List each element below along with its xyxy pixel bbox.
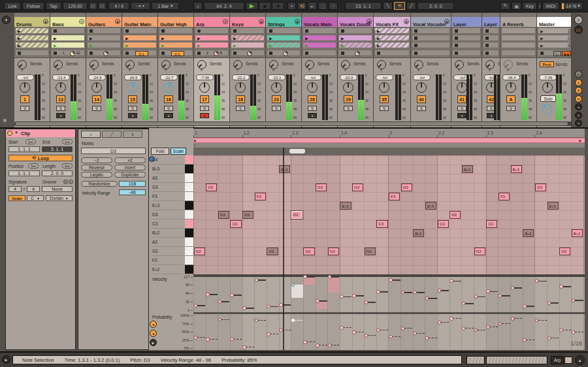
velocity-marker[interactable] xyxy=(328,275,332,279)
groove-commit-icon[interactable]: ↻ xyxy=(63,180,68,184)
pan-knob[interactable] xyxy=(379,82,389,93)
duplicate-button[interactable]: Duplicate xyxy=(114,172,146,178)
track-menu-icon[interactable]: ▼ xyxy=(223,19,228,24)
draw-mode-box-icon[interactable]: ⬚ xyxy=(318,2,327,10)
velocity-marker[interactable] xyxy=(352,294,356,298)
zoom-scroll-strip[interactable] xyxy=(193,148,585,155)
clip-slot[interactable] xyxy=(87,27,121,34)
mixer-io-toggle[interactable]: ◎ xyxy=(575,71,582,78)
marker-strip[interactable]: ▷ xyxy=(193,143,585,148)
probability-marker-line[interactable] xyxy=(453,318,461,319)
root-note-select[interactable]: C▼ xyxy=(27,195,44,201)
pencil-icon[interactable]: ✎ xyxy=(500,2,510,10)
beat-ruler[interactable]: 11.21.31.422.22.32.4 xyxy=(193,129,585,138)
velocity-marker[interactable] xyxy=(523,304,527,308)
probability-marker[interactable] xyxy=(559,328,563,332)
clip-slot[interactable]: ▶ xyxy=(123,42,157,48)
probability-marker-line[interactable] xyxy=(441,322,449,323)
probability-marker[interactable] xyxy=(413,332,417,336)
loop-start-field[interactable]: 23. 1. 1 xyxy=(345,2,382,10)
velocity-marker-line[interactable] xyxy=(538,281,547,282)
velocity-marker[interactable] xyxy=(389,278,393,282)
velocity-marker-line[interactable] xyxy=(551,302,559,304)
clip-slot[interactable]: ▶ xyxy=(15,42,49,48)
clip-slot[interactable] xyxy=(338,27,372,34)
clip-position-field[interactable]: 1. 1. 1 xyxy=(8,170,40,176)
stop-button[interactable]: ■ xyxy=(259,2,271,10)
nudge-down-icon[interactable]: ||| xyxy=(89,2,97,10)
clip-slot[interactable]: ▶ xyxy=(374,42,410,48)
session-collapse-button[interactable]: ▼ xyxy=(2,16,10,24)
position-set-button[interactable]: Set xyxy=(28,163,39,168)
probability-marker[interactable] xyxy=(352,330,356,334)
key-map-button[interactable]: Key xyxy=(523,2,537,10)
clip-thumbnail[interactable] xyxy=(564,357,572,364)
scale-mode-button[interactable]: Scale xyxy=(171,148,186,155)
track-header[interactable]: Guitars◉ xyxy=(86,17,122,27)
midi-note[interactable]: G2 xyxy=(474,247,485,255)
clip-slot[interactable]: ▶ xyxy=(267,35,301,41)
midi-note[interactable]: G2 xyxy=(559,247,570,255)
delay-toggle[interactable]: ● xyxy=(575,103,582,110)
punch-out-icon[interactable]: ╱ xyxy=(406,2,416,10)
piano-key-c3[interactable] xyxy=(185,219,193,229)
probability-marker[interactable] xyxy=(328,343,332,347)
track-number-box[interactable]: 28 xyxy=(308,95,317,103)
clip-slot[interactable] xyxy=(483,27,499,34)
send-a-knob[interactable] xyxy=(18,60,27,69)
track-header[interactable]: Master xyxy=(537,17,571,27)
clip-stop-row[interactable] xyxy=(338,50,372,56)
track-number-box[interactable]: 29 xyxy=(344,95,353,103)
monitor-button[interactable]: ● xyxy=(308,113,317,118)
double-time-button[interactable]: ×2 xyxy=(114,157,146,163)
probability-marker-line[interactable] xyxy=(233,339,242,340)
clip-slot[interactable] xyxy=(501,27,536,34)
send-a-knob[interactable] xyxy=(161,60,171,69)
send-a-knob[interactable] xyxy=(504,60,513,69)
piano-key-g3[interactable] xyxy=(185,183,193,192)
velocity-marker[interactable] xyxy=(511,286,515,290)
clip-slot[interactable] xyxy=(412,27,450,34)
back-to-arrangement-button[interactable]: ▶■ xyxy=(562,51,571,56)
probability-marker[interactable] xyxy=(511,317,515,321)
sends-toggle[interactable]: S xyxy=(575,79,582,86)
probability-marker-line[interactable] xyxy=(563,330,571,330)
clip-slot[interactable]: ▶ xyxy=(87,35,121,41)
track-header[interactable]: Layer xyxy=(482,17,500,27)
clip-slot[interactable]: ▶ xyxy=(374,35,410,41)
clip-slot[interactable] xyxy=(412,35,450,41)
track-header[interactable]: Vocals Doubl◉ xyxy=(338,17,373,27)
probability-marker-line[interactable] xyxy=(209,339,218,340)
track-number-box[interactable]: 18 xyxy=(236,95,245,103)
midi-note[interactable]: E♭3 xyxy=(547,202,559,210)
velocity-marker[interactable] xyxy=(267,305,270,309)
probability-marker[interactable] xyxy=(267,332,270,336)
track-status-icon[interactable]: ◉ xyxy=(367,19,372,24)
clip-start-field[interactable]: 1. 1. 1 xyxy=(8,146,40,152)
solo-button[interactable]: S xyxy=(506,106,515,111)
signature-denominator-field[interactable]: 4 xyxy=(27,186,40,192)
velocity-marker-line[interactable] xyxy=(392,279,400,281)
clip-stop-row[interactable]: 0:1 xyxy=(123,50,157,56)
track-header[interactable]: Drums◉ xyxy=(14,17,50,27)
probability-marker-line[interactable] xyxy=(295,320,303,321)
scale-toggle-button[interactable]: Scale xyxy=(8,195,25,201)
velocity-marker[interactable] xyxy=(498,294,502,298)
midi-note[interactable]: C3 xyxy=(438,220,449,228)
clip-slot[interactable]: ▶ xyxy=(374,27,410,34)
probability-marker[interactable] xyxy=(438,321,442,325)
midi-note[interactable]: B♭3 xyxy=(462,165,473,173)
velocity-marker[interactable] xyxy=(438,289,442,293)
velocity-marker-line[interactable] xyxy=(429,298,437,299)
velocity-marker[interactable] xyxy=(376,290,380,294)
clip-stop-row[interactable] xyxy=(267,50,301,56)
velocity-marker-line[interactable] xyxy=(319,300,327,302)
track-number-box[interactable]: 13 xyxy=(56,95,65,103)
signature-numerator-field[interactable]: 4 xyxy=(8,186,22,192)
clip-activator-icon[interactable] xyxy=(7,131,12,136)
velocity-marker[interactable] xyxy=(206,293,210,296)
loop-overview-mini[interactable] xyxy=(466,356,485,364)
send-a-knob[interactable] xyxy=(90,60,99,69)
punch-in-icon[interactable]: ╲ xyxy=(383,2,393,10)
clip-stop-row[interactable] xyxy=(483,50,499,56)
